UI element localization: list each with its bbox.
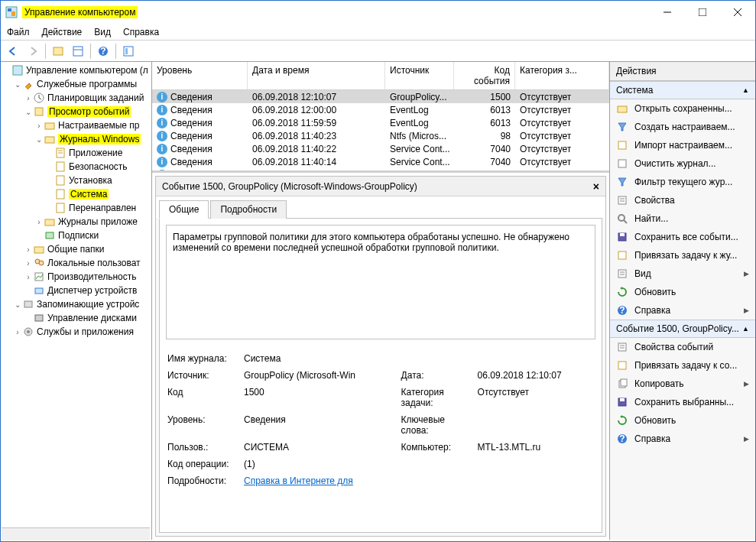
tree-system-log[interactable]: Система <box>2 187 150 201</box>
action-item[interactable]: Сохранить все событи... <box>610 228 755 246</box>
detail-title: Событие 1500, GroupPolicy (Microsoft-Win… <box>162 181 417 192</box>
tree-root[interactable]: Управление компьютером (л <box>2 63 150 77</box>
tree-item[interactable]: ›Производительность <box>2 270 150 284</box>
menu-file[interactable]: Файл <box>7 27 30 37</box>
action-item[interactable]: Свойства <box>610 191 755 209</box>
submenu-arrow-icon: ▶ <box>744 380 749 388</box>
tree-event-viewer[interactable]: ⌄Просмотр событий <box>2 105 150 118</box>
action-item[interactable]: Свойства событий <box>610 338 755 356</box>
properties-button[interactable] <box>69 42 87 60</box>
action-item[interactable]: Открыть сохраненны... <box>610 99 755 118</box>
action-icon <box>616 359 628 372</box>
view-button[interactable] <box>119 42 138 60</box>
tree-scrollbar[interactable] <box>2 527 150 540</box>
info-icon: i <box>157 92 167 102</box>
tree-item[interactable]: Приложение <box>2 146 150 160</box>
close-button[interactable] <box>720 1 755 24</box>
event-list[interactable]: Уровень Дата и время Источник Код событи… <box>152 62 609 173</box>
window-title: Управление компьютером <box>22 6 138 18</box>
svg-rect-24 <box>57 162 64 171</box>
col-event-id[interactable]: Код события <box>454 62 515 89</box>
svg-text:?: ? <box>100 46 105 57</box>
online-help-link[interactable]: Справка в Интернете для <box>244 475 353 486</box>
tree-item[interactable]: Диспетчер устройств <box>2 284 150 297</box>
forward-button[interactable] <box>24 42 42 60</box>
svg-rect-27 <box>57 203 64 213</box>
action-item[interactable]: ?Справка▶ <box>610 301 755 320</box>
tree-item[interactable]: ›Планировщик заданий <box>2 91 150 105</box>
event-row[interactable]: iСведения 06.09.2018 11:33:53 GroupPolic… <box>152 168 609 173</box>
event-row[interactable]: iСведения 06.09.2018 12:00:00 EventLog 6… <box>152 103 609 116</box>
tree-item[interactable]: Безопасность <box>2 160 150 174</box>
minimize-button[interactable] <box>650 1 685 24</box>
tab-general[interactable]: Общие <box>159 200 209 219</box>
svg-rect-14 <box>13 66 22 75</box>
action-icon <box>616 176 628 188</box>
event-row[interactable]: iСведения 06.09.2018 12:10:07 GroupPolic… <box>152 90 609 103</box>
tree-item[interactable]: Установка <box>2 174 150 187</box>
collapse-icon[interactable]: ▲ <box>742 325 749 333</box>
event-row[interactable]: iСведения 06.09.2018 11:59:59 EventLog 6… <box>152 116 609 129</box>
action-icon <box>616 231 628 243</box>
tree-item[interactable]: Перенаправлен <box>2 201 150 215</box>
event-row[interactable]: iСведения 06.09.2018 11:40:23 Ntfs (Micr… <box>152 129 609 142</box>
action-group-system[interactable]: Система▲ <box>610 81 755 99</box>
computer-mgmt-icon <box>11 64 24 76</box>
action-group-event[interactable]: Событие 1500, GroupPolicy...▲ <box>610 320 755 338</box>
action-item[interactable]: Сохранить выбранны... <box>610 393 755 411</box>
show-hide-tree-button[interactable] <box>49 42 67 60</box>
action-item[interactable]: Очистить журнал... <box>610 154 755 173</box>
svg-rect-30 <box>34 247 44 253</box>
action-icon <box>616 249 628 261</box>
tree-windows-logs[interactable]: ⌄Журналы Windows <box>2 132 150 146</box>
tree-item[interactable]: Управление дисками <box>2 311 150 325</box>
log-icon <box>54 202 67 214</box>
event-viewer-icon <box>33 105 45 118</box>
tree-item[interactable]: ⌄Служебные программы <box>2 77 150 91</box>
action-item[interactable]: Вид▶ <box>610 265 755 283</box>
action-item[interactable]: Обновить <box>610 283 755 301</box>
event-row[interactable]: iСведения 06.09.2018 11:40:14 Service Co… <box>152 155 609 168</box>
action-item[interactable]: Обновить <box>610 411 755 430</box>
action-item[interactable]: Фильтр текущего жур... <box>610 173 755 191</box>
col-date[interactable]: Дата и время <box>248 62 385 89</box>
maximize-button[interactable] <box>685 1 720 24</box>
info-icon: i <box>157 170 167 174</box>
action-item[interactable]: ?Справка▶ <box>610 430 755 448</box>
device-manager-icon <box>33 284 45 297</box>
menu-view[interactable]: Вид <box>94 27 111 37</box>
action-item[interactable]: Импорт настраиваем... <box>610 136 755 154</box>
collapse-icon[interactable]: ▲ <box>742 86 749 94</box>
event-row[interactable]: iСведения 06.09.2018 11:40:22 Service Co… <box>152 142 609 155</box>
action-item[interactable]: Копировать▶ <box>610 375 755 393</box>
col-source[interactable]: Источник <box>385 62 454 89</box>
tree-item[interactable]: ›Службы и приложения <box>2 325 150 339</box>
action-item[interactable]: Создать настраиваем... <box>610 118 755 136</box>
action-icon: ? <box>616 304 628 316</box>
col-category[interactable]: Категория з... <box>515 62 609 89</box>
tree-item[interactable]: ›Общие папки <box>2 242 150 256</box>
col-level[interactable]: Уровень <box>152 62 248 89</box>
tree-item[interactable]: Подписки <box>2 229 150 242</box>
tab-details[interactable]: Подробности <box>210 200 287 219</box>
action-item[interactable]: Привязать задачу к жу... <box>610 246 755 265</box>
tree-item[interactable]: ›Настраиваемые пр <box>2 118 150 132</box>
svg-rect-25 <box>57 176 64 185</box>
event-properties: Имя журнала:Система Источник:GroupPolicy… <box>166 350 595 489</box>
close-detail-button[interactable]: × <box>593 180 599 193</box>
tree-item[interactable]: ⌄Запоминающие устройс <box>2 297 150 311</box>
action-icon <box>616 268 628 280</box>
action-item[interactable]: Привязать задачу к со... <box>610 356 755 375</box>
tree-item[interactable]: ›Локальные пользоват <box>2 256 150 270</box>
menu-help[interactable]: Справка <box>123 27 159 37</box>
back-button[interactable] <box>4 42 22 60</box>
nav-tree[interactable]: Управление компьютером (л ⌄Служебные про… <box>1 62 152 540</box>
action-item[interactable]: Найти... <box>610 209 755 228</box>
action-icon <box>616 194 628 206</box>
list-header[interactable]: Уровень Дата и время Источник Код событи… <box>152 62 609 90</box>
menu-action[interactable]: Действие <box>42 27 83 37</box>
tree-item[interactable]: ›Журналы приложе <box>2 215 150 229</box>
svg-rect-29 <box>46 232 54 239</box>
folder-icon <box>44 119 56 131</box>
help-button[interactable]: ? <box>94 42 112 60</box>
